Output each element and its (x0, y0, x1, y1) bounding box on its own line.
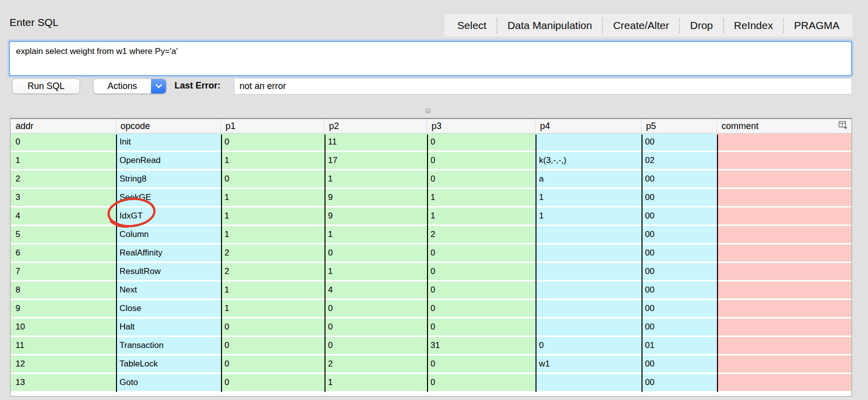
cell-p5-row-5[interactable]: 00 (641, 226, 716, 243)
cell-comment-row-0[interactable] (716, 134, 852, 150)
cell-p5-row-3[interactable]: 00 (641, 189, 716, 206)
cell-p2-row-13[interactable]: 1 (324, 374, 426, 391)
tab-drop[interactable]: Drop (680, 14, 723, 36)
actions-dropdown[interactable]: Actions (93, 78, 166, 94)
cell-p4-row-2[interactable]: a (535, 170, 641, 188)
cell-p2-row-8[interactable]: 4 (324, 282, 426, 298)
cell-p2-row-2[interactable]: 1 (324, 170, 426, 188)
cell-p3-row-6[interactable]: 0 (426, 244, 535, 262)
run-sql-button[interactable]: Run SQL (12, 78, 80, 94)
cell-p4-row-3[interactable]: 1 (535, 189, 641, 206)
cell-p1-row-3[interactable]: 1 (220, 189, 324, 206)
cell-opcode-row-9[interactable]: Close (116, 300, 220, 317)
cell-comment-row-9[interactable] (716, 300, 852, 317)
cell-p1-row-10[interactable]: 0 (220, 318, 324, 336)
cell-comment-row-10[interactable] (716, 318, 852, 336)
cell-p5-row-2[interactable]: 00 (641, 170, 716, 188)
column-header-p5[interactable]: p5 (641, 119, 716, 133)
cell-opcode-row-5[interactable]: Column (116, 226, 220, 243)
tab-reindex[interactable]: ReIndex (724, 14, 783, 36)
cell-p4-row-7[interactable] (535, 263, 641, 280)
cell-comment-row-5[interactable] (716, 226, 852, 243)
cell-opcode-row-2[interactable]: String8 (116, 170, 220, 188)
cell-p4-row-1[interactable]: k(3,-,-,) (535, 152, 641, 169)
cell-p2-row-12[interactable]: 2 (324, 356, 426, 372)
column-options-icon[interactable] (838, 119, 848, 133)
cell-p5-row-0[interactable]: 00 (641, 134, 716, 150)
cell-p1-row-8[interactable]: 1 (220, 282, 324, 298)
cell-comment-row-1[interactable] (716, 152, 852, 169)
cell-p4-row-10[interactable] (535, 318, 641, 336)
cell-comment-row-12[interactable] (716, 356, 852, 372)
cell-p3-row-4[interactable]: 1 (426, 208, 535, 224)
cell-p5-row-8[interactable]: 00 (641, 282, 716, 298)
cell-p1-row-11[interactable]: 0 (220, 337, 324, 354)
cell-p5-row-10[interactable]: 00 (641, 318, 716, 336)
cell-comment-row-7[interactable] (716, 263, 852, 280)
cell-opcode-row-3[interactable]: SeekGE (116, 189, 220, 206)
cell-comment-row-13[interactable] (716, 374, 852, 391)
column-header-p4[interactable]: p4 (535, 119, 641, 133)
cell-p2-row-9[interactable]: 0 (324, 300, 426, 317)
cell-p5-row-9[interactable]: 00 (641, 300, 716, 317)
cell-opcode-row-6[interactable]: RealAffinity (116, 244, 220, 262)
cell-opcode-row-1[interactable]: OpenRead (116, 152, 220, 169)
cell-p1-row-5[interactable]: 1 (220, 226, 324, 243)
cell-addr-row-11[interactable]: 11 (10, 337, 116, 354)
cell-comment-row-6[interactable] (716, 244, 852, 262)
cell-addr-row-0[interactable]: 0 (10, 134, 116, 150)
tab-pragma[interactable]: PRAGMA (784, 14, 850, 36)
cell-p3-row-12[interactable]: 0 (426, 356, 535, 372)
cell-p3-row-5[interactable]: 2 (426, 226, 535, 243)
cell-p2-row-4[interactable]: 9 (324, 208, 426, 224)
cell-p5-row-1[interactable]: 02 (641, 152, 716, 169)
cell-comment-row-2[interactable] (716, 170, 852, 188)
cell-p2-row-3[interactable]: 9 (324, 189, 426, 206)
last-error-field[interactable] (234, 78, 852, 94)
cell-addr-row-13[interactable]: 13 (10, 374, 116, 391)
column-header-p1[interactable]: p1 (220, 119, 324, 133)
cell-p1-row-13[interactable]: 0 (220, 374, 324, 391)
cell-p2-row-6[interactable]: 0 (324, 244, 426, 262)
cell-p3-row-10[interactable]: 0 (426, 318, 535, 336)
cell-addr-row-1[interactable]: 1 (10, 152, 116, 169)
cell-opcode-row-0[interactable]: Init (116, 134, 220, 150)
cell-p5-row-11[interactable]: 01 (641, 337, 716, 354)
cell-addr-row-9[interactable]: 9 (10, 300, 116, 317)
cell-addr-row-10[interactable]: 10 (10, 318, 116, 336)
cell-p4-row-11[interactable]: 0 (535, 337, 641, 354)
cell-p2-row-1[interactable]: 17 (324, 152, 426, 169)
cell-p4-row-12[interactable]: w1 (535, 356, 641, 372)
cell-p2-row-0[interactable]: 11 (324, 134, 426, 150)
cell-comment-row-4[interactable] (716, 208, 852, 224)
tab-select[interactable]: Select (448, 14, 496, 36)
cell-comment-row-8[interactable] (716, 282, 852, 298)
cell-p5-row-13[interactable]: 00 (641, 374, 716, 391)
cell-p5-row-4[interactable]: 00 (641, 208, 716, 224)
cell-p2-row-7[interactable]: 1 (324, 263, 426, 280)
cell-p4-row-8[interactable] (535, 282, 641, 298)
cell-p1-row-6[interactable]: 2 (220, 244, 324, 262)
cell-p2-row-5[interactable]: 1 (324, 226, 426, 243)
cell-comment-row-3[interactable] (716, 189, 852, 206)
cell-p5-row-6[interactable]: 00 (641, 244, 716, 262)
cell-opcode-row-12[interactable]: TableLock (116, 356, 220, 372)
cell-opcode-row-7[interactable]: ResultRow (116, 263, 220, 280)
cell-opcode-row-11[interactable]: Transaction (116, 337, 220, 354)
cell-p3-row-9[interactable]: 0 (426, 300, 535, 317)
column-header-comment[interactable]: comment (716, 119, 852, 133)
cell-p3-row-7[interactable]: 0 (426, 263, 535, 280)
cell-comment-row-11[interactable] (716, 337, 852, 354)
cell-p1-row-9[interactable]: 1 (220, 300, 324, 317)
column-header-addr[interactable]: addr (10, 119, 116, 133)
cell-addr-row-3[interactable]: 3 (10, 189, 116, 206)
cell-p1-row-0[interactable]: 0 (220, 134, 324, 150)
tab-data-manipulation[interactable]: Data Manipulation (498, 14, 602, 36)
cell-opcode-row-13[interactable]: Goto (116, 374, 220, 391)
cell-p1-row-4[interactable]: 1 (220, 208, 324, 224)
cell-p4-row-0[interactable] (535, 134, 641, 150)
cell-p5-row-7[interactable]: 00 (641, 263, 716, 280)
cell-addr-row-2[interactable]: 2 (10, 170, 116, 188)
cell-opcode-row-8[interactable]: Next (116, 282, 220, 298)
cell-p3-row-1[interactable]: 0 (426, 152, 535, 169)
